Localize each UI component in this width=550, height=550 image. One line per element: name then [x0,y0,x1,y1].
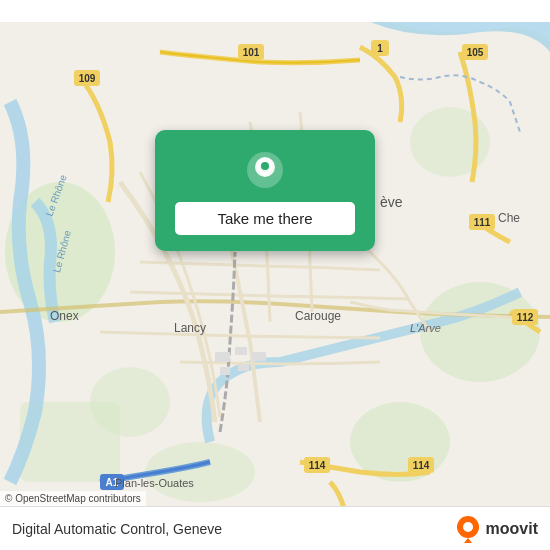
svg-text:Carouge: Carouge [295,309,341,323]
svg-text:Plan-les-Ouates: Plan-les-Ouates [115,477,194,489]
svg-text:Onex: Onex [50,309,79,323]
moovit-logo-icon [454,515,482,543]
moovit-logo: moovit [454,515,538,543]
svg-rect-38 [220,367,230,375]
svg-text:1: 1 [377,43,383,54]
cta-card: Take me there [155,130,375,251]
svg-text:101: 101 [243,47,260,58]
bottom-bar: Digital Automatic Control, Geneve moovit [0,506,550,550]
svg-text:ève: ève [380,194,403,210]
svg-rect-35 [215,352,230,362]
svg-text:114: 114 [413,460,430,471]
location-pin-icon [243,148,287,192]
cta-overlay: Take me there [155,130,375,251]
svg-text:112: 112 [517,312,534,323]
location-label: Digital Automatic Control, Geneve [12,521,222,537]
moovit-text: moovit [486,520,538,538]
svg-text:111: 111 [474,217,491,228]
svg-rect-37 [252,352,266,361]
svg-point-43 [261,162,269,170]
take-me-there-button[interactable]: Take me there [175,202,355,235]
svg-text:Lancy: Lancy [174,321,206,335]
svg-rect-39 [238,364,249,371]
svg-text:105: 105 [467,47,484,58]
map-container: 101 109 105 1 111 112 114 114 A1 Onex La… [0,0,550,550]
svg-text:109: 109 [79,73,96,84]
svg-rect-36 [235,347,247,355]
map-background: 101 109 105 1 111 112 114 114 A1 Onex La… [0,0,550,550]
svg-point-45 [463,522,473,532]
svg-text:114: 114 [309,460,326,471]
svg-text:L'Arve: L'Arve [410,322,441,334]
svg-point-3 [350,402,450,482]
map-attribution: © OpenStreetMap contributors [0,491,146,506]
attribution-text: © OpenStreetMap contributors [5,493,141,504]
svg-text:Che: Che [498,211,520,225]
